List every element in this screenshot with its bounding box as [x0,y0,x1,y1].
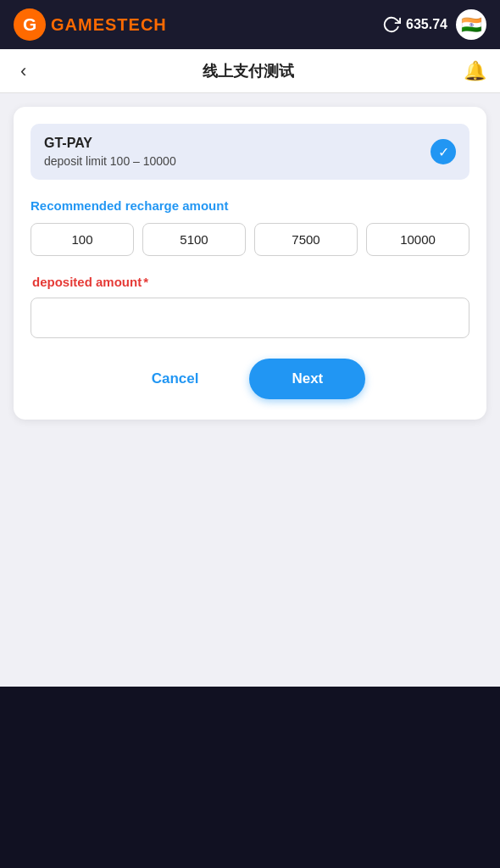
amount-chip-3[interactable]: 10000 [366,223,469,256]
logo-area: G GAMESTECH [14,8,167,41]
payment-info: GT-PAY deposit limit 100 – 10000 [44,136,176,168]
action-buttons: Cancel Next [31,359,469,399]
main-content: GT-PAY deposit limit 100 – 10000 ✓ Recom… [0,93,500,687]
deposit-card: GT-PAY deposit limit 100 – 10000 ✓ Recom… [14,107,486,420]
amount-chip-1[interactable]: 5100 [142,223,246,256]
svg-text:G: G [23,14,36,34]
amount-chip-2[interactable]: 7500 [254,223,358,256]
logo-text: GAMESTECH [51,15,167,35]
payment-limit: deposit limit 100 – 10000 [44,154,176,168]
required-marker: * [143,275,148,289]
nav-right: 635.74 🇮🇳 [382,9,486,40]
cancel-button[interactable]: Cancel [135,364,216,394]
refresh-icon[interactable] [382,15,401,34]
balance-value: 635.74 [406,17,447,32]
bell-icon[interactable]: 🔔 [464,60,486,82]
payment-selected-icon: ✓ [431,139,456,164]
amount-chip-0[interactable]: 100 [31,223,134,256]
recommended-label: Recommended recharge amount [31,198,469,213]
subheader: ‹ 线上支付测试 🔔 [0,49,500,93]
page-title: 线上支付测试 [33,61,464,81]
dark-background [0,687,500,868]
deposit-label: deposited amount* [31,275,469,289]
navbar: G GAMESTECH 635.74 🇮🇳 [0,0,500,49]
next-button[interactable]: Next [249,359,365,399]
logo-icon: G [14,8,46,41]
flag-avatar[interactable]: 🇮🇳 [456,9,486,40]
payment-method-row[interactable]: GT-PAY deposit limit 100 – 10000 ✓ [31,124,469,180]
back-button[interactable]: ‹ [14,58,33,84]
deposit-amount-input[interactable] [31,298,469,338]
amount-chips: 100 5100 7500 10000 [31,223,469,256]
balance-area: 635.74 [382,15,447,34]
payment-name: GT-PAY [44,136,176,151]
